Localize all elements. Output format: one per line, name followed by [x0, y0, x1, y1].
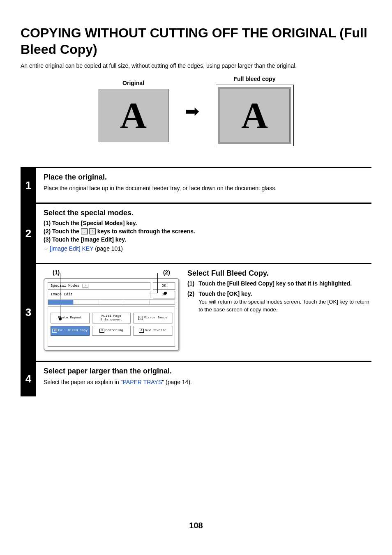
callout-1: (1): [53, 269, 60, 276]
step-number: 4: [21, 362, 36, 396]
step-4-title: Select paper larger than the original.: [44, 367, 371, 375]
special-modes-header: Special Modes ⠿: [48, 282, 150, 290]
bw-reverse-button[interactable]: A B/W Reverse: [133, 326, 172, 336]
multi-page-enlargement-button[interactable]: Multi-Page Enlargement: [92, 313, 131, 323]
step-number: 1: [21, 168, 36, 203]
step-number: 2: [21, 204, 36, 263]
step-3: 3 (1) (2) Special Modes ⠿ OK: [21, 263, 371, 361]
step-3-sub-2-title: Touch the [OK] key.: [198, 290, 371, 297]
image-edit-key-link[interactable]: [Image Edit] KEY: [50, 245, 93, 252]
paper-trays-link[interactable]: PAPER TRAYS: [123, 379, 162, 385]
step-number: 3: [21, 264, 36, 361]
step-1-title: Place the original.: [44, 173, 371, 182]
step-2-item-1: (1) Touch the [Special Modes] key.: [44, 220, 371, 226]
step-2-reference: ☞ [Image Edit] KEY (page 101): [44, 244, 371, 253]
step-3-sub-2-text: You will return to the special modes scr…: [198, 298, 371, 314]
panel-tabs: [48, 299, 175, 305]
page-title: COPYING WITHOUT CUTTING OFF THE ORIGINAL…: [21, 25, 371, 58]
step-3-sub-2-num: (2): [187, 290, 194, 314]
centering-icon: ⊞: [99, 329, 104, 333]
step-3-sub-1-num: (1): [187, 280, 194, 288]
step-2-title: Select the special modes.: [44, 209, 371, 217]
centering-button[interactable]: ⊞ Centering: [92, 326, 131, 336]
mirror-icon: ▢: [138, 316, 143, 320]
special-modes-icon: ⠿: [83, 284, 88, 288]
original-box: A: [99, 89, 168, 142]
touchscreen-panel: Special Modes ⠿ OK Image Edit OK: [44, 278, 179, 351]
ok-button-outer[interactable]: OK: [153, 282, 175, 290]
image-edit-header: Image Edit: [48, 291, 150, 298]
step-2-item-3: (3) Touch the [Image Edit] key.: [44, 236, 371, 243]
full-bleed-icon: ◱: [52, 329, 57, 333]
page-subtitle: An entire original can be copied at full…: [21, 62, 371, 69]
up-key-icon: ↑: [89, 228, 96, 234]
callout-2: (2): [163, 269, 170, 276]
step-3-sub-1: Touch the [Full Bleed Copy] key so that …: [198, 280, 371, 287]
step-1-text: Place the original face up in the docume…: [44, 184, 371, 193]
reference-icon: ☞: [44, 246, 48, 252]
step-4-text: Select the paper as explain in "PAPER TR…: [44, 378, 371, 387]
photo-repeat-button[interactable]: Photo Repeat: [51, 313, 90, 323]
down-key-icon: ↓: [81, 228, 88, 234]
mirror-image-button[interactable]: ▢ Mirror Image: [133, 313, 172, 323]
page-number: 108: [0, 521, 392, 530]
full-bleed-box: A: [216, 85, 294, 146]
step-3-title: Select Full Bleed Copy.: [187, 269, 371, 278]
arrow-right-icon: ➡: [185, 101, 199, 121]
step-1: 1 Place the original. Place the original…: [21, 167, 371, 203]
step-2: 2 Select the special modes. (1) Touch th…: [21, 203, 371, 263]
step-2-item-2: (2) Touch the ↓ ↑ keys to switch through…: [44, 228, 371, 235]
original-label: Original: [99, 80, 168, 86]
full-bleed-copy-button[interactable]: ◱ Full Bleed Copy: [51, 326, 90, 336]
bw-reverse-icon: A: [139, 329, 144, 333]
step-4: 4 Select paper larger than the original.…: [21, 361, 371, 396]
illustration-row: Original A ➡ Full bleed copy A: [21, 76, 371, 146]
full-bleed-label: Full bleed copy: [216, 76, 294, 82]
